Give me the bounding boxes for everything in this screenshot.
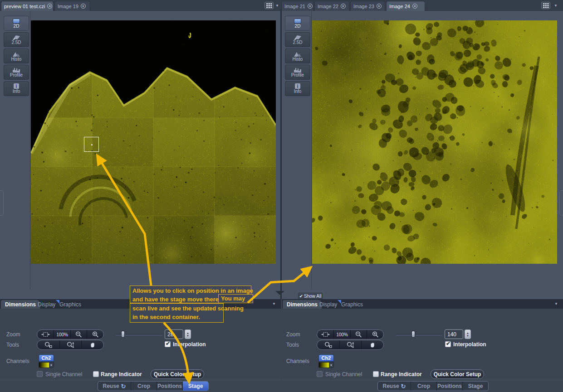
chevron-down-icon[interactable]: ▼ <box>554 302 558 306</box>
right-image-viewport[interactable] <box>312 20 557 264</box>
spin-down-icon[interactable]: ▼ <box>466 334 469 337</box>
sidebar-item-label: Histo <box>293 57 303 62</box>
positions-button[interactable]: Positions <box>436 382 462 391</box>
left-image-canvas[interactable] <box>31 20 276 264</box>
crop-button[interactable]: Crop <box>411 382 436 391</box>
single-channel-checkbox[interactable] <box>37 371 43 377</box>
tools-button-group <box>317 340 384 350</box>
show-all-toggle[interactable]: ✔ Show All <box>297 292 323 300</box>
zoom-button-group: 100% <box>317 329 384 339</box>
zoom-spin-arrows[interactable]: ▲▼ <box>465 329 471 339</box>
stage-button[interactable]: Stage <box>462 382 488 391</box>
panel-collapse-arrow[interactable] <box>275 291 284 295</box>
channels-label: Channels <box>286 358 309 364</box>
close-icon[interactable]: ✕ <box>377 4 382 9</box>
chevron-down-icon[interactable]: ▼ <box>554 4 558 8</box>
document-tab-preview[interactable]: preview 01 test.czi ✕ <box>1 1 54 11</box>
view-profile-button[interactable]: Profile <box>285 65 310 80</box>
hand-icon <box>370 342 376 348</box>
left-flyout-handle[interactable] <box>0 190 4 216</box>
zoom-axis-tool-button[interactable] <box>339 340 362 349</box>
zoom-in-icon <box>372 331 379 338</box>
interpolation-label: Interpolation <box>453 341 486 348</box>
zoom-out-button[interactable] <box>350 330 367 339</box>
view-info-button[interactable]: i Info <box>4 81 29 96</box>
zoom-region-tool-button[interactable] <box>37 340 59 349</box>
chevron-down-icon[interactable]: ▼ <box>49 363 54 368</box>
view-histo-button[interactable]: Histo <box>4 48 29 63</box>
zoom-slider-thumb[interactable] <box>411 331 415 338</box>
channel-ch2-button[interactable]: Ch2 <box>318 354 334 362</box>
range-indicator-label: Range Indicator <box>101 371 142 377</box>
tab-graphics[interactable]: Graphics <box>55 300 85 309</box>
zoom-100-button[interactable]: 100% <box>54 330 70 339</box>
close-icon[interactable]: ✕ <box>412 4 417 9</box>
document-tab-image22[interactable]: Image 22 ✕ <box>314 1 349 11</box>
right-image-canvas[interactable] <box>312 20 557 264</box>
interpolation-checkbox[interactable]: ✔ <box>165 341 171 347</box>
zoom-spin-arrows[interactable]: ▲▼ <box>185 329 191 339</box>
chevron-down-icon[interactable]: ▼ <box>329 363 333 368</box>
profile-icon <box>294 67 302 73</box>
zoom-in-button[interactable] <box>87 330 103 339</box>
view-profile-button[interactable]: Profile <box>4 65 29 80</box>
pan-tool-button[interactable] <box>81 340 103 349</box>
document-tab-label: Image 22 <box>318 4 338 9</box>
zoom-value-field[interactable]: 140 <box>445 329 463 339</box>
range-indicator-checkbox[interactable] <box>93 371 99 377</box>
channel-color-swatch[interactable]: ▼ <box>318 362 334 368</box>
view-histo-button[interactable]: Histo <box>285 48 310 63</box>
single-channel-checkbox[interactable] <box>317 371 323 377</box>
chevron-down-icon[interactable]: ▼ <box>272 302 276 306</box>
document-tab-image19[interactable]: Image 19 ✕ <box>54 1 90 11</box>
zoom-fit-button[interactable] <box>37 330 54 339</box>
document-tab-image24[interactable]: Image 24 ✕ <box>386 1 425 11</box>
view-2d-button[interactable]: 2D <box>4 16 29 31</box>
close-icon[interactable]: ✕ <box>81 4 86 9</box>
zoom-100-button[interactable]: 100% <box>333 330 350 339</box>
range-indicator-checkbox[interactable] <box>373 371 379 377</box>
tab-graphics[interactable]: Graphics <box>337 300 367 309</box>
positions-button[interactable]: Positions <box>157 382 182 391</box>
layout-grid-button[interactable] <box>264 2 274 9</box>
zoom-region-tool-button[interactable] <box>317 340 339 349</box>
close-icon[interactable]: ✕ <box>47 4 52 9</box>
view-25d-button[interactable]: 2.5D <box>285 32 310 47</box>
right-flyout-handle[interactable] <box>559 190 563 216</box>
left-image-viewport[interactable] <box>31 20 276 264</box>
channel-ch2-button[interactable]: Ch2 <box>39 354 54 362</box>
layout-grid-button[interactable] <box>541 2 550 9</box>
check-icon: ✔ <box>166 340 170 347</box>
view-25d-button[interactable]: 2.5D <box>4 32 29 47</box>
sidebar-item-label: Profile <box>10 73 23 77</box>
stage-button[interactable]: Stage <box>182 382 208 391</box>
document-tab-label: Image 24 <box>389 4 410 9</box>
close-icon[interactable]: ✕ <box>308 4 313 9</box>
document-tab-bar: preview 01 test.czi ✕ Image 19 ✕ ▼ Image… <box>0 0 563 11</box>
zoom-fit-button[interactable] <box>317 330 333 339</box>
action-button-group: Reuse↻ Crop Positions Stage <box>98 381 209 391</box>
view-2d-button[interactable]: 2D <box>285 16 310 31</box>
close-icon[interactable]: ✕ <box>341 4 346 9</box>
zoom-in-button[interactable] <box>367 330 383 339</box>
zoom-slider[interactable] <box>396 334 442 335</box>
interpolation-checkbox[interactable]: ✔ <box>445 341 451 347</box>
zoom-axis-tool-button[interactable] <box>59 340 82 349</box>
zoom-out-button[interactable] <box>70 330 87 339</box>
pan-tool-button[interactable] <box>361 340 383 349</box>
chevron-down-icon[interactable]: ▼ <box>275 4 279 8</box>
view-info-button[interactable]: i Info <box>285 81 310 96</box>
crop-button[interactable]: Crop <box>131 382 157 391</box>
zoom-slider-thumb[interactable] <box>121 331 125 338</box>
reuse-button[interactable]: Reuse↻ <box>378 382 411 391</box>
quick-color-setup-button[interactable]: Quick Color Setup <box>431 369 484 379</box>
check-icon: ✔ <box>446 340 450 347</box>
document-tab-image21[interactable]: Image 21 ✕ <box>281 1 313 11</box>
right-control-panel: ✔ Show All Dimensions Display Graphics ▼… <box>282 299 563 392</box>
spin-down-icon[interactable]: ▼ <box>186 334 189 337</box>
quick-color-setup-button[interactable]: Quick Color Setup <box>151 369 204 379</box>
document-tab-image23[interactable]: Image 23 ✕ <box>350 1 385 11</box>
reuse-button[interactable]: Reuse↻ <box>98 382 131 391</box>
zoom-value-field[interactable]: 28 <box>165 329 183 339</box>
channel-color-swatch[interactable]: ▼ <box>39 362 54 368</box>
